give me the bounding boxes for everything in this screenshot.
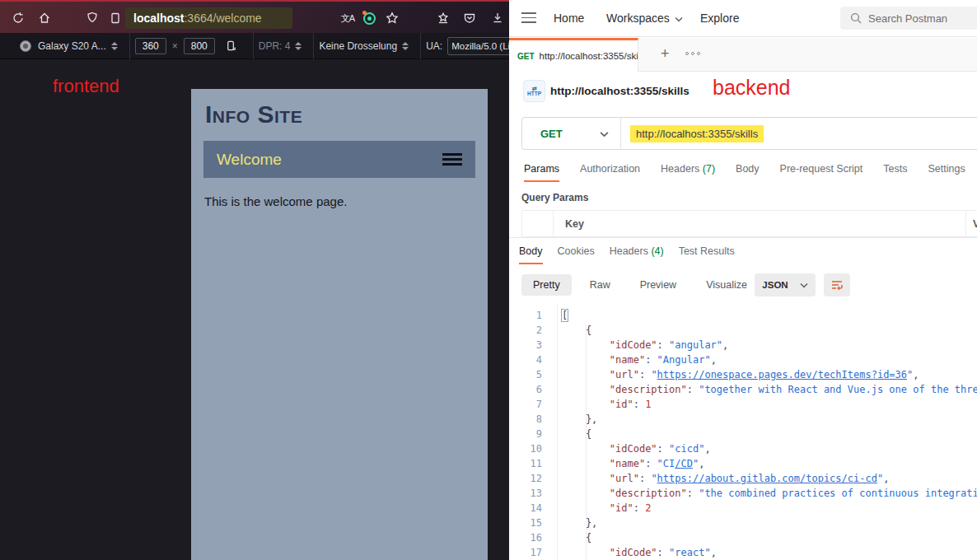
reload-icon[interactable] xyxy=(10,10,26,26)
code-line: 5 "url": "https://onespace.pages.dev/tec… xyxy=(509,367,977,382)
json-token: { xyxy=(562,428,591,440)
pocket-icon[interactable] xyxy=(461,10,478,26)
tab-url-label: http://localhost:3355/skills xyxy=(540,51,638,61)
throttling-select[interactable]: Keine Drosselung xyxy=(319,40,397,52)
home-icon[interactable] xyxy=(36,10,53,26)
tab-headers[interactable]: Headers (4) xyxy=(610,245,664,264)
nav-welcome-label: Welcome xyxy=(217,151,282,169)
viewport-height-input[interactable] xyxy=(184,38,215,54)
json-token: "idCode" xyxy=(610,339,657,351)
url-path: :3664/welcome xyxy=(184,12,261,25)
menu-explore[interactable]: Explore xyxy=(700,12,739,25)
wrap-lines-button[interactable] xyxy=(824,273,850,296)
new-tab-button[interactable]: + xyxy=(661,44,670,63)
menu-workspaces[interactable]: Workspaces xyxy=(606,12,683,25)
code-line: 13 "description": "the combined practice… xyxy=(509,486,977,501)
response-view-tabs: PrettyRawPreviewVisualize xyxy=(521,273,759,296)
json-token: }, xyxy=(562,413,597,425)
request-title: http://localhost:3355/skills xyxy=(550,85,690,97)
tab-options-icon[interactable] xyxy=(685,52,700,55)
json-token: "name" xyxy=(610,354,645,366)
request-tab[interactable]: GET http://localhost:3355/skills xyxy=(509,38,638,72)
json-token: "description" xyxy=(610,384,687,395)
translate-icon[interactable]: 文A xyxy=(339,10,356,26)
line-number: 11 xyxy=(509,456,542,471)
json-token: "Angular" xyxy=(657,354,711,366)
bookmark-star-icon[interactable] xyxy=(384,10,400,26)
code-line: 17 "idCode": "react", xyxy=(509,545,977,560)
request-url-input[interactable]: http://localhost:3355/skills xyxy=(630,125,764,142)
format-label: JSON xyxy=(762,280,788,290)
json-link[interactable]: https://onespace.pages.dev/techItems?id=… xyxy=(657,369,907,380)
rotate-viewport-icon[interactable] xyxy=(223,38,240,54)
json-token: : xyxy=(657,547,669,558)
json-token xyxy=(562,443,610,455)
shield-icon[interactable] xyxy=(84,10,101,26)
code-line: 8 }, xyxy=(509,412,977,427)
query-params-table: Key Value xyxy=(521,210,977,237)
method-select[interactable]: GET xyxy=(522,128,595,140)
response-body-editor[interactable]: 1[2 {3 "idCode": "angular",4 "name": "An… xyxy=(509,303,977,560)
line-number: 16 xyxy=(509,530,542,545)
chevron-down-icon xyxy=(675,12,683,25)
tab-test-results[interactable]: Test Results xyxy=(679,245,735,264)
viewport-width-input[interactable] xyxy=(135,38,166,54)
line-number: 9 xyxy=(509,427,542,441)
json-token: "description" xyxy=(610,488,687,499)
format-select[interactable]: JSON xyxy=(755,273,816,296)
menu-hamburger-icon[interactable] xyxy=(442,153,462,166)
param-checkbox-cell[interactable] xyxy=(522,211,554,236)
site-navbar[interactable]: Welcome xyxy=(203,141,475,178)
json-token: , xyxy=(913,369,919,380)
device-select-stepper[interactable] xyxy=(111,42,118,50)
json-link[interactable]: /CD xyxy=(675,458,693,469)
tab-params[interactable]: Params xyxy=(524,163,559,182)
tab-preview[interactable]: Preview xyxy=(629,274,688,296)
query-params-label: Query Params xyxy=(521,192,588,203)
code-line: 16 { xyxy=(509,530,977,545)
mobile-viewport: Info Site Welcome This is the welcome pa… xyxy=(191,89,488,560)
menu-home[interactable]: Home xyxy=(554,12,584,25)
json-link[interactable]: https://about.gitlab.com/topics/ci-cd xyxy=(657,473,877,484)
site-info-icon[interactable] xyxy=(107,10,124,26)
responsive-design-toolbar: Galaxy S20 A... × DPR: 4 Keine Drosselun… xyxy=(0,33,509,59)
json-token: " xyxy=(651,369,657,380)
tab-pretty[interactable]: Pretty xyxy=(521,274,572,296)
json-token: "idCode" xyxy=(610,547,657,558)
saved-bookmarks-icon[interactable] xyxy=(435,10,451,26)
tab-visualize[interactable]: Visualize xyxy=(694,274,759,296)
tab-authorization[interactable]: Authorization xyxy=(580,163,640,182)
download-icon[interactable] xyxy=(489,10,506,26)
dpr-stepper[interactable] xyxy=(295,42,302,50)
json-token: : xyxy=(633,502,645,514)
param-value-header[interactable]: Value xyxy=(966,211,977,236)
code-line: 15 }, xyxy=(509,516,977,530)
tab-tests[interactable]: Tests xyxy=(883,163,907,182)
json-token: "idCode" xyxy=(610,443,657,455)
device-select[interactable]: Galaxy S20 A... xyxy=(38,40,106,52)
throttling-stepper[interactable] xyxy=(402,42,409,50)
tab-body[interactable]: Body xyxy=(519,245,543,264)
tab-body[interactable]: Body xyxy=(736,163,760,182)
json-token: "angular" xyxy=(669,339,722,351)
tab-headers[interactable]: Headers (7) xyxy=(661,163,715,182)
user-agent-input[interactable] xyxy=(447,37,509,55)
json-token: "id" xyxy=(610,399,633,410)
tab-cookies[interactable]: Cookies xyxy=(558,245,595,264)
ua-label: UA: xyxy=(426,40,442,52)
extension-icon[interactable] xyxy=(361,10,377,26)
json-token xyxy=(562,547,610,558)
json-token xyxy=(562,384,610,395)
param-key-header[interactable]: Key xyxy=(554,211,966,236)
main-menu-icon[interactable] xyxy=(521,12,536,23)
format-chevron-icon xyxy=(800,280,808,290)
url-bar[interactable]: localhost:3664/welcome xyxy=(125,7,292,29)
json-token: [ xyxy=(562,310,568,321)
tab-settings[interactable]: Settings xyxy=(928,163,965,182)
line-number: 3 xyxy=(509,338,542,352)
method-chevron-icon[interactable] xyxy=(600,128,609,140)
tab-raw[interactable]: Raw xyxy=(578,274,622,296)
line-number: 7 xyxy=(509,397,542,412)
search-input[interactable]: Search Postman xyxy=(840,7,977,30)
tab-pre-request-script[interactable]: Pre-request Script xyxy=(780,163,863,182)
